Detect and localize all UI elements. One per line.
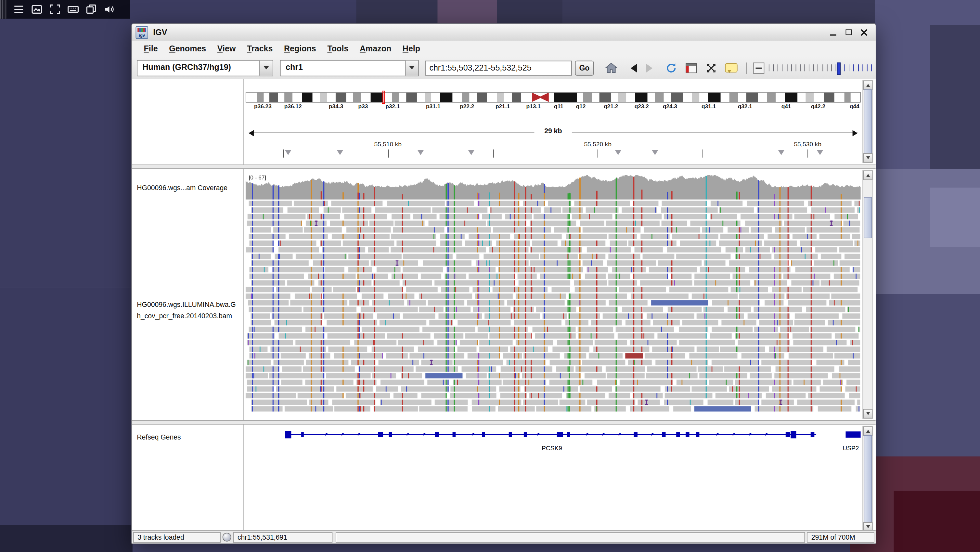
zoom-tick[interactable] xyxy=(831,64,832,71)
gene-exon[interactable] xyxy=(557,432,563,437)
maximize-button[interactable] xyxy=(845,29,853,36)
keyboard-icon[interactable] xyxy=(67,3,79,16)
go-button[interactable]: Go xyxy=(575,61,594,75)
menu-help[interactable]: Help xyxy=(397,41,426,57)
home-button[interactable] xyxy=(604,61,619,75)
gene-exon[interactable] xyxy=(285,431,291,438)
zoom-tick[interactable] xyxy=(835,64,836,71)
locus-input[interactable] xyxy=(425,61,572,75)
gene-exon[interactable] xyxy=(662,432,665,437)
coverage-track-name[interactable]: HG00096.wgs...am Coverage xyxy=(137,183,228,191)
scrollbar-down-button[interactable] xyxy=(863,153,872,163)
zoom-tick[interactable] xyxy=(867,64,867,71)
genome-select[interactable]: Human (GRCh37/hg19) xyxy=(137,60,273,76)
taskbar-drag-handle[interactable] xyxy=(0,0,7,19)
region-marker-icon[interactable] xyxy=(285,150,291,155)
region-marker-icon[interactable] xyxy=(615,150,621,155)
zoom-tick[interactable] xyxy=(818,64,819,71)
menu-file[interactable]: File xyxy=(138,41,164,57)
scrollbar-up-button[interactable] xyxy=(863,426,872,436)
alignment-scrollbar[interactable] xyxy=(862,170,873,419)
zoom-tick[interactable] xyxy=(769,64,770,71)
define-region-button[interactable] xyxy=(684,61,698,75)
genome-select-arrow[interactable] xyxy=(259,61,272,75)
gene-exon[interactable] xyxy=(676,432,680,437)
gene2-bar[interactable] xyxy=(846,431,861,437)
ideogram[interactable] xyxy=(246,92,861,103)
scrollbar-thumb[interactable] xyxy=(864,435,872,523)
region-marker-icon[interactable] xyxy=(652,150,658,155)
zoom-tick[interactable] xyxy=(813,64,814,71)
refresh-button[interactable] xyxy=(664,61,679,75)
gene-exon[interactable] xyxy=(301,432,304,437)
alignment-track-name-line2[interactable]: h_cov_pcr_free.20140203.bam xyxy=(137,312,232,319)
zoom-tick[interactable] xyxy=(791,64,792,71)
back-button[interactable] xyxy=(624,61,639,75)
zoom-tick[interactable] xyxy=(787,64,788,71)
name-column-divider[interactable] xyxy=(243,169,244,420)
zoom-out-button[interactable] xyxy=(753,62,765,73)
zoom-tick[interactable] xyxy=(795,64,796,71)
chromosome-select-arrow[interactable] xyxy=(405,61,418,75)
gene-exon[interactable] xyxy=(482,432,485,437)
chromosome-select[interactable]: chr1 xyxy=(280,60,419,76)
zoom-tick[interactable] xyxy=(849,64,850,71)
ideogram-scrollbar[interactable] xyxy=(862,80,873,163)
close-button[interactable] xyxy=(861,29,868,36)
windows-icon[interactable] xyxy=(85,3,97,16)
panel-splitter[interactable] xyxy=(132,420,876,424)
region-marker-icon[interactable] xyxy=(418,150,424,155)
gene-exon[interactable] xyxy=(378,432,383,437)
zoom-tick[interactable] xyxy=(809,64,810,71)
menu-tracks[interactable]: Tracks xyxy=(242,41,278,57)
scrollbar-up-button[interactable] xyxy=(863,81,872,90)
gene-scrollbar[interactable] xyxy=(862,426,873,531)
name-column-divider[interactable] xyxy=(243,424,244,531)
zoom-tick[interactable] xyxy=(778,64,778,71)
menu-genomes[interactable]: Genomes xyxy=(164,41,212,57)
menu-tools[interactable]: Tools xyxy=(322,41,354,57)
scrollbar-up-button[interactable] xyxy=(863,171,872,180)
gene-exon[interactable] xyxy=(696,432,699,437)
forward-button[interactable] xyxy=(644,61,659,75)
gene-exon[interactable] xyxy=(524,432,527,437)
gene-exon[interactable] xyxy=(686,432,689,437)
fit-window-button[interactable] xyxy=(704,61,719,75)
region-marker-icon[interactable] xyxy=(817,150,823,155)
region-marker-icon[interactable] xyxy=(468,150,474,155)
gene-exon[interactable] xyxy=(786,432,790,437)
gene-exon[interactable] xyxy=(634,432,637,437)
zoom-tick[interactable] xyxy=(862,64,863,71)
region-marker-icon[interactable] xyxy=(778,150,784,155)
name-column-divider[interactable] xyxy=(243,79,244,164)
zoom-tick[interactable] xyxy=(827,64,827,71)
zoom-tick[interactable] xyxy=(845,64,845,71)
scrollbar-thumb[interactable] xyxy=(864,197,872,238)
gene-exon[interactable] xyxy=(567,432,570,437)
menu-icon[interactable] xyxy=(12,3,25,16)
panel-splitter[interactable] xyxy=(132,164,876,169)
gene-exon[interactable] xyxy=(453,432,455,437)
zoom-tick[interactable] xyxy=(800,64,801,71)
scrollbar-down-button[interactable] xyxy=(863,522,872,531)
gene-track[interactable]: >>>>>>>>>>>>>>>PCSK9USP2 xyxy=(246,427,861,455)
fullscreen-icon[interactable] xyxy=(49,3,61,16)
zoom-tick[interactable] xyxy=(853,64,854,71)
title-bar[interactable]: igv IGV xyxy=(132,24,876,41)
tooltip-button[interactable] xyxy=(724,61,738,75)
ruler[interactable]: 29 kb xyxy=(246,129,861,137)
gene-exon[interactable] xyxy=(791,431,796,438)
gene-exon[interactable] xyxy=(509,432,512,437)
gene-exon[interactable] xyxy=(435,432,439,437)
zoom-thumb[interactable] xyxy=(837,62,841,75)
zoom-tick[interactable] xyxy=(858,64,859,71)
menu-amazon[interactable]: Amazon xyxy=(354,41,397,57)
pileup-canvas[interactable] xyxy=(246,174,861,416)
scrollbar-down-button[interactable] xyxy=(863,409,872,418)
gene-exon[interactable] xyxy=(811,432,814,437)
screenshot-icon[interactable] xyxy=(30,3,43,16)
minimize-button[interactable] xyxy=(829,29,837,36)
alignment-track-name-line1[interactable]: HG00096.wgs.ILLUMINA.bwa.G xyxy=(137,301,236,308)
menu-regions[interactable]: Regions xyxy=(278,41,322,57)
zoom-tick[interactable] xyxy=(871,64,872,71)
